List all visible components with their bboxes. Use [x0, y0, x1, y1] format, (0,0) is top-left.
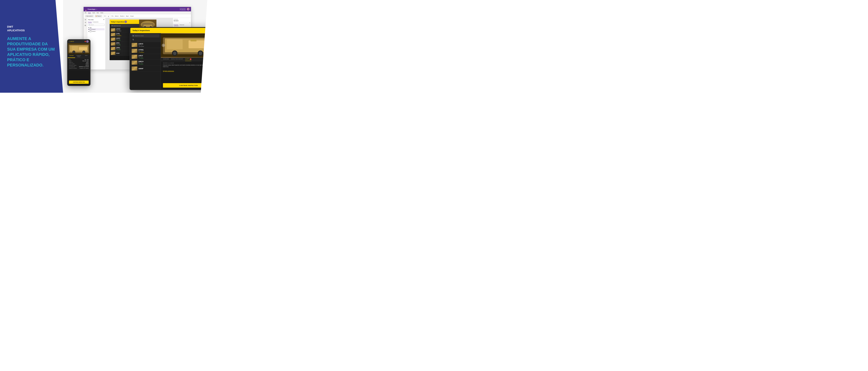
- theme-btn[interactable]: 🎨 Theme ▾: [95, 15, 102, 17]
- tablet-continue-text: CONTINUE INSPECTION: [179, 85, 198, 86]
- tree-search[interactable]: 🔍 Search: [88, 24, 104, 26]
- list-icon[interactable]: ▤: [85, 24, 87, 26]
- phone-continue-btn[interactable]: Continue inspection: [69, 80, 89, 84]
- tablet-truck-1[interactable]: 1ABYD Bay - C9 • Not started: [130, 42, 161, 48]
- truck-item-5[interactable]: 1BBW Bay - B11 • Complete: [110, 46, 132, 51]
- tab-advanced[interactable]: Advanced: [180, 24, 184, 26]
- phone-continue-text: Continue inspection: [73, 81, 85, 83]
- tablet-continue-btn[interactable]: CONTINUE INSPECTION: [163, 83, 214, 88]
- menu-home[interactable]: Home: [88, 12, 91, 13]
- dispatch-link[interactable]: Dispatch maintenance: [163, 70, 174, 72]
- svg-point-26: [199, 52, 202, 55]
- svg-text:P: P: [86, 10, 87, 11]
- phone-device: < 1ABYD: [67, 39, 91, 86]
- tablet-truck-thumb-2: [132, 49, 137, 53]
- tablet-body: 🔍 Search for a truck ⇅ 1ABYD Bay - C9 • …: [130, 33, 216, 89]
- new-screen-btn[interactable]: + New screen ▾: [85, 15, 94, 17]
- settings-icon[interactable]: ⚙: [189, 22, 190, 23]
- svg-rect-28: [191, 39, 196, 41]
- truck-item-2[interactable]: 1VSW Bay - B11 • In progress: [110, 32, 132, 37]
- tree-icon[interactable]: ☰: [85, 22, 87, 24]
- tab-screens[interactable]: Screens: [88, 21, 92, 23]
- tree-item-screen1[interactable]: ▶ Screen1: [88, 28, 104, 30]
- italic-btn[interactable]: I: [106, 15, 107, 17]
- tree-search-input: Search: [91, 24, 94, 25]
- user-avatar-app: [124, 21, 127, 23]
- alert-dot: [85, 41, 86, 42]
- tab-properties[interactable]: Properties: [174, 24, 178, 26]
- tablet-truck-2[interactable]: 1VSWQ Bay - B11 • In progress: [130, 48, 161, 54]
- tablet-truck-5[interactable]: 1BBWF: [130, 66, 161, 72]
- phone-tab-alerts[interactable]: Alerts: [83, 54, 90, 58]
- screen-icon-2: [90, 31, 91, 32]
- fill-btn[interactable]: Fill ▾: [112, 15, 114, 17]
- tablet-truck-3[interactable]: 1ABYF Bay - A16 • Complete: [130, 54, 161, 60]
- menu-view[interactable]: View: [97, 12, 99, 13]
- tablet-truck-4[interactable]: 2WBYH Bay - B11 • Complete: [130, 60, 161, 66]
- prev-arrow[interactable]: ‹: [162, 44, 165, 47]
- thumb-1[interactable]: [210, 34, 215, 38]
- tablet-truck-thumb-3: [132, 55, 137, 59]
- truck-thumb-4: [111, 42, 115, 45]
- props-tabs: Properties Advanced: [174, 24, 190, 26]
- headline: AUMENTE A PRODUTIVIDADE DA SUA EMPRESA C…: [7, 36, 56, 68]
- truck-item-3[interactable]: 1ABYF Bay - A11 • Complete: [110, 37, 132, 42]
- menu-action[interactable]: Action: [100, 12, 103, 13]
- truck-item-4[interactable]: 2WBY Bay - B11 • Complete: [110, 42, 132, 46]
- reorder-btn[interactable]: Reorder ▾: [120, 15, 124, 17]
- toolbar: + New screen ▾ 🎨 Theme ▾ B I U Fill ▾ Bo…: [84, 14, 191, 18]
- truck-thumb-5: [111, 47, 115, 50]
- phone-truck-image: [68, 43, 90, 54]
- tablet-detail-panel: ‹ › OVERVIEW INSPECTIO: [161, 33, 216, 89]
- grid-icon[interactable]: ⊞: [85, 19, 87, 21]
- menu-file[interactable]: File: [85, 12, 87, 13]
- user-avatar: 👤: [187, 8, 189, 10]
- tablet-tab-inspection[interactable]: INSPECTION HISTORY: [171, 58, 183, 61]
- thumb-strip: [210, 34, 215, 47]
- truck-thumb-2: [111, 33, 115, 36]
- tablet-search-icon: 🔍: [133, 35, 134, 37]
- tablet-detail-img: ‹ ›: [161, 33, 216, 58]
- thumb-2[interactable]: [210, 39, 215, 43]
- tablet-device: Today's inspections 🔍 Search for a truck: [130, 27, 217, 90]
- svg-rect-22: [167, 39, 183, 49]
- phone-field-truck-num: Truck number 549045: [69, 63, 89, 64]
- truck-thumb-6: [111, 52, 115, 55]
- devices-container: P PowerApps ▾ Environment Production 👤 F…: [67, 3, 217, 90]
- phone-back-btn[interactable]: < 1ABYD: [69, 41, 74, 42]
- tablet-header-title: Today's inspections: [132, 30, 150, 32]
- align-btn[interactable]: Align ▾: [126, 15, 129, 17]
- truck-item-1[interactable]: 1ABYD Bay - B12 • Not started: [110, 28, 132, 32]
- props-screen-name: Screen1: [174, 20, 190, 21]
- thumb-3[interactable]: [210, 43, 215, 47]
- tree-item-app[interactable]: ▶ App: [88, 27, 104, 28]
- bold-btn[interactable]: B: [104, 15, 105, 17]
- tree-item-screen1-2[interactable]: ▶ Screen1: [88, 30, 104, 32]
- phone-truck-svg: [68, 43, 90, 54]
- tab-components[interactable]: Components: [93, 21, 98, 23]
- truck-item-6[interactable]: 3ABH: [110, 51, 132, 56]
- tablet-tab-alerts[interactable]: ALERTS1: [185, 58, 191, 61]
- tablet-search-row: 🔍 Search for a truck ⇅: [130, 33, 161, 42]
- svg-rect-18: [79, 47, 87, 50]
- tablet-search-box[interactable]: 🔍 Search for a truck: [132, 34, 159, 37]
- border-btn[interactable]: Border ▾: [115, 15, 119, 17]
- phone-tab-history[interactable]: Inspection history: [75, 54, 82, 58]
- tablet-screen: Today's inspections 🔍 Search for a truck: [130, 28, 216, 89]
- next-arrow[interactable]: ›: [212, 44, 215, 47]
- phone-screen: < 1ABYD: [68, 40, 90, 86]
- svg-rect-27: [189, 40, 210, 48]
- tablet-sort-icon[interactable]: ⇅: [132, 39, 134, 41]
- search-icon-app: 🔍: [112, 25, 113, 26]
- tablet-truck-thumb-5: [132, 66, 137, 71]
- desktop-titlebar: P PowerApps ▾ Environment Production 👤: [84, 7, 191, 11]
- svg-point-15: [73, 51, 75, 53]
- underline-btn[interactable]: U: [108, 15, 109, 17]
- group-btn[interactable]: Group ▾: [130, 15, 134, 17]
- tablet-tab-overview[interactable]: OVERVIEW: [163, 58, 169, 61]
- phone-tab-overview[interactable]: Overview: [68, 54, 75, 58]
- right-area: P PowerApps ▾ Environment Production 👤 F…: [63, 0, 217, 93]
- close-icon[interactable]: ✕: [103, 19, 104, 21]
- menu-insert[interactable]: Insert: [92, 12, 95, 13]
- tablet-truck-thumb-1: [132, 43, 137, 47]
